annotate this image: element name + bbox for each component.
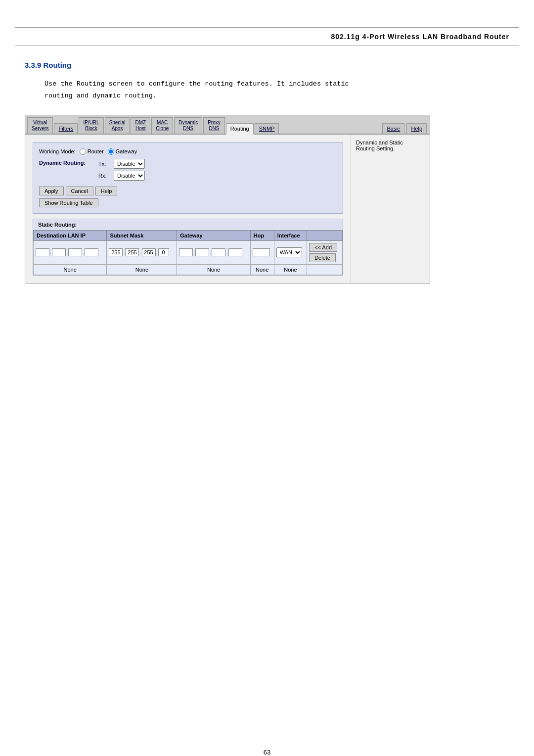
dynamic-routing-label: Dynamic Routing:	[39, 159, 98, 166]
tab-snmp[interactable]: SNMP	[255, 123, 279, 134]
table-header-row: Destination LAN IP Subnet Mask Gateway H…	[34, 230, 343, 240]
router-sidebar: Dynamic and Static Routing Setting.	[351, 135, 430, 283]
hop-cell	[250, 240, 274, 264]
subnet-none-text: None	[109, 267, 175, 273]
show-routing-table-row: Show Routing Table	[39, 195, 337, 207]
static-routing-label: Static Routing:	[38, 222, 77, 228]
rx-row: Rx: Disable Enable	[98, 171, 337, 181]
content-area: 3.3.9 Routing Use the Routing screen to …	[0, 46, 534, 298]
apply-button[interactable]: Apply	[39, 187, 64, 195]
radio-gateway-option[interactable]: Gateway	[108, 148, 137, 155]
interface-none-text: None	[276, 267, 305, 273]
gateway-1[interactable]	[179, 248, 193, 256]
static-routing-section: Static Routing: Destination LAN IP Subne…	[33, 219, 343, 276]
gateway-none-text: None	[179, 267, 248, 273]
table-input-row: . . .	[34, 240, 343, 264]
footer-rule	[15, 734, 519, 734]
tab-ip-url-block[interactable]: IP/URLBlock	[79, 117, 103, 134]
page-title: 802.11g 4-Port Wireless LAN Broadband Ro…	[0, 28, 534, 46]
gateway-2[interactable]	[195, 248, 209, 256]
hop-none-text: None	[253, 267, 272, 273]
col-gateway: Gateway	[177, 230, 250, 240]
col-interface: Interface	[274, 230, 307, 240]
dest-ip-1[interactable]	[36, 248, 49, 256]
col-subnet-mask: Subnet Mask	[107, 230, 177, 240]
interface-none: None	[274, 264, 307, 275]
dest-ip-3[interactable]	[68, 248, 82, 256]
dynamic-routing-section: Working Mode: Router Gateway	[33, 142, 343, 214]
radio-router[interactable]	[80, 148, 86, 155]
desc-line2: routing and dynamic routing.	[44, 92, 157, 99]
tab-special-apps[interactable]: SpecialApps	[105, 117, 130, 134]
gateway-cell: . . .	[177, 240, 250, 264]
tab-dmz-host[interactable]: DMZHost	[131, 117, 150, 134]
nav-tabs: VirtualServers Filters IP/URLBlock Speci…	[25, 115, 430, 135]
help-button[interactable]: Help	[95, 187, 118, 195]
col-actions	[307, 230, 343, 240]
radio-gateway[interactable]	[108, 148, 114, 155]
dynamic-routing-block: Dynamic Routing: Tx: Disable Enable	[39, 159, 337, 183]
dest-ip-2[interactable]	[52, 248, 66, 256]
dynamic-routing-fields: Tx: Disable Enable Rx: Disable	[98, 159, 337, 183]
gateway-3[interactable]	[212, 248, 225, 256]
tab-virtual-servers[interactable]: VirtualServers	[27, 117, 53, 134]
subnet-mask-cell: . . .	[107, 240, 177, 264]
delete-button[interactable]: Delete	[309, 253, 336, 262]
router-main: Working Mode: Router Gateway	[25, 135, 351, 283]
rx-select[interactable]: Disable Enable	[114, 171, 145, 181]
page-container: 802.11g 4-Port Wireless LAN Broadband Ro…	[0, 27, 534, 756]
radio-router-option[interactable]: Router	[80, 148, 104, 155]
working-mode-row: Working Mode: Router Gateway	[39, 148, 337, 155]
dest-ip-group: . . .	[36, 248, 104, 256]
subnet-none: None	[107, 264, 177, 275]
hop-input[interactable]	[253, 248, 270, 256]
add-button[interactable]: << Add	[309, 243, 337, 252]
tab-basic[interactable]: Basic	[382, 123, 404, 134]
tx-row: Tx: Disable Enable	[98, 159, 337, 169]
tab-dynamic-dns[interactable]: DynamicDNS	[174, 117, 202, 134]
dest-ip-4[interactable]	[85, 248, 98, 256]
col-hop: Hop	[250, 230, 274, 240]
subnet-4[interactable]	[158, 248, 169, 256]
router-frame: VirtualServers Filters IP/URLBlock Speci…	[25, 115, 430, 284]
sidebar-line2: Routing Setting.	[356, 145, 395, 151]
subnet-3[interactable]	[142, 248, 156, 256]
rx-label: Rx:	[98, 173, 111, 179]
cancel-button[interactable]: Cancel	[66, 187, 93, 195]
dynamic-routing-buttons: Apply Cancel Help	[39, 187, 337, 195]
tab-proxy-dns[interactable]: ProxyDNS	[203, 117, 225, 134]
dest-none-text: None	[36, 267, 104, 273]
radio-router-label: Router	[88, 148, 104, 154]
add-delete-cell: << Add Delete	[307, 240, 343, 264]
static-routing-table: Destination LAN IP Subnet Mask Gateway H…	[33, 230, 343, 275]
subnet-1[interactable]	[109, 248, 123, 256]
footer: 63	[0, 734, 534, 756]
tx-select[interactable]: Disable Enable	[114, 159, 145, 169]
dest-ip-cell: . . .	[34, 240, 107, 264]
hop-none: None	[250, 264, 274, 275]
table-none-row: None None None None None	[34, 264, 343, 275]
subnet-mask-group: . . .	[109, 248, 175, 256]
page-number: 63	[0, 749, 534, 756]
subnet-2[interactable]	[125, 248, 139, 256]
title-text: 802.11g 4-Port Wireless LAN Broadband Ro…	[331, 33, 509, 41]
gateway-none: None	[177, 264, 250, 275]
radio-gateway-label: Gateway	[116, 148, 137, 154]
interface-cell: WAN LAN	[274, 240, 307, 264]
tab-routing[interactable]: Routing	[226, 123, 254, 135]
interface-select[interactable]: WAN LAN	[276, 247, 302, 257]
tab-filters[interactable]: Filters	[54, 123, 78, 134]
desc-line1: Use the Routing screen to configure the …	[44, 80, 349, 88]
tx-label: Tx:	[98, 161, 111, 167]
show-routing-table-button[interactable]: Show Routing Table	[39, 198, 98, 207]
router-content: Working Mode: Router Gateway	[25, 135, 430, 283]
static-routing-heading: Static Routing:	[33, 219, 343, 230]
actions-none	[307, 264, 343, 275]
gateway-group: . . .	[179, 248, 248, 256]
section-description: Use the Routing screen to configure the …	[44, 78, 509, 102]
section-heading: 3.3.9 Routing	[25, 61, 509, 69]
tab-mac-clone[interactable]: MACClone	[151, 117, 173, 134]
gateway-4[interactable]	[228, 248, 242, 256]
tab-help[interactable]: Help	[406, 123, 427, 134]
working-mode-label: Working Mode:	[39, 148, 76, 154]
